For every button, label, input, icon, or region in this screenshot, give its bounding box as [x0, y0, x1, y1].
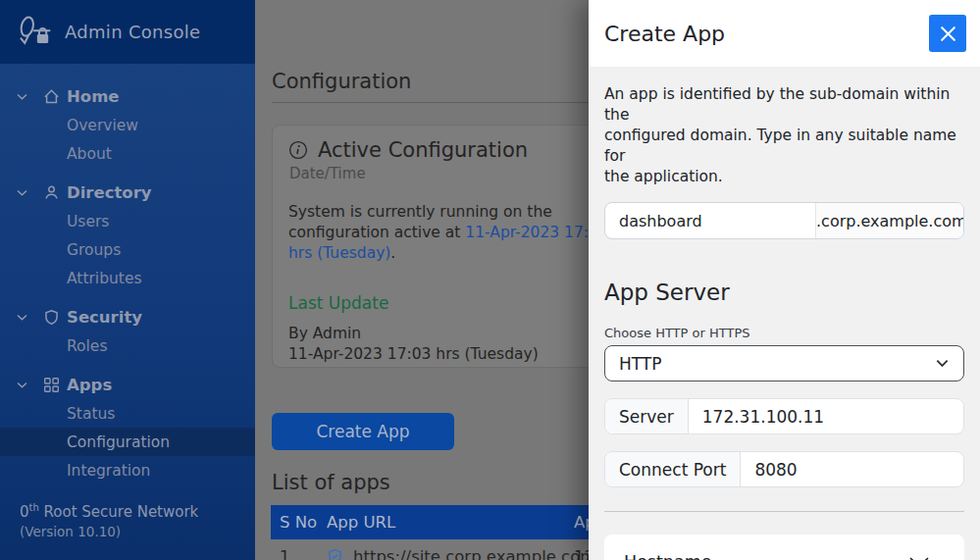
sidebar-item-groups[interactable]: Groups	[0, 235, 255, 264]
subdomain-input[interactable]	[605, 203, 815, 238]
close-button[interactable]	[929, 15, 966, 52]
chevron-down-icon	[16, 186, 28, 199]
sidebar-footer: 0th Root Secure Network (Version 10.10)	[20, 502, 198, 539]
sidebar-item-attributes[interactable]: Attributes	[0, 264, 255, 292]
active-config-datetime-link[interactable]: 11-Apr-2023 17:02	[465, 224, 607, 241]
sidebar-section-security[interactable]: Security	[0, 302, 255, 331]
card-title: Active Configuration	[318, 138, 528, 162]
header-sno: S No	[280, 513, 327, 532]
connect-port-input-group: Connect Port	[604, 451, 964, 487]
active-config-datetime-link[interactable]: hrs (Tuesday)	[288, 244, 390, 262]
info-icon	[288, 140, 308, 160]
person-icon	[43, 184, 60, 201]
chevron-down-icon	[935, 356, 950, 371]
sidebar-header: Admin Console	[0, 0, 255, 64]
subdomain-input-group: .corp.example.com	[604, 202, 964, 239]
app-root: Admin Console Home Overview About Direct…	[0, 0, 980, 560]
sidebar-section-home[interactable]: Home	[0, 81, 255, 111]
chevron-down-icon	[907, 554, 931, 560]
drawer-body: An app is identified by the sub-domain w…	[589, 67, 980, 560]
connect-port-label: Connect Port	[605, 452, 741, 486]
sidebar-item-roles[interactable]: Roles	[0, 331, 255, 360]
connect-port-input[interactable]	[741, 452, 964, 486]
close-icon	[938, 24, 958, 44]
sidebar-section-label: Security	[67, 308, 142, 327]
sidebar: Admin Console Home Overview About Direct…	[0, 0, 255, 560]
hostname-accordion[interactable]: Hostname	[604, 535, 964, 560]
home-icon	[43, 88, 60, 105]
chevron-down-icon	[16, 90, 28, 103]
cell-app-url[interactable]: https://site.corp.example.com/	[353, 547, 601, 560]
create-app-button[interactable]: Create App	[272, 413, 454, 450]
sidebar-nav: Home Overview About Directory Users Grou…	[0, 64, 255, 484]
sidebar-item-overview[interactable]: Overview	[0, 111, 255, 139]
drawer-description: An app is identified by the sub-domain w…	[604, 84, 964, 187]
protocol-selected-value: HTTP	[619, 354, 662, 374]
grid-icon	[43, 377, 60, 393]
protocol-label: Choose HTTP or HTTPS	[604, 326, 964, 341]
app-title: Admin Console	[65, 22, 200, 42]
version-label: (Version 10.10)	[20, 524, 198, 539]
sidebar-section-label: Home	[67, 87, 120, 106]
sidebar-item-about[interactable]: About	[0, 139, 255, 168]
create-app-drawer: Create App An app is identified by the s…	[589, 0, 980, 560]
sidebar-item-integration[interactable]: Integration	[0, 456, 255, 484]
network-name: 0th Root Secure Network	[20, 502, 198, 521]
sidebar-item-status[interactable]: Status	[0, 399, 255, 428]
shield-icon	[43, 309, 60, 326]
app-server-title: App Server	[604, 279, 964, 306]
shield-check-icon	[327, 548, 343, 560]
hostname-label: Hostname	[624, 552, 711, 560]
cell-sno: 1	[280, 547, 327, 560]
divider	[604, 511, 964, 512]
sidebar-section-label: Directory	[67, 183, 152, 202]
sidebar-section-apps[interactable]: Apps	[0, 370, 255, 399]
protocol-select[interactable]: HTTP	[604, 345, 964, 382]
server-input[interactable]	[689, 399, 963, 433]
sidebar-item-users[interactable]: Users	[0, 207, 255, 235]
drawer-header: Create App	[589, 0, 980, 67]
sidebar-item-configuration[interactable]: Configuration	[0, 428, 255, 456]
drawer-title: Create App	[604, 22, 725, 46]
header-app-url: App URL	[327, 513, 574, 532]
sidebar-section-label: Apps	[67, 376, 112, 394]
chevron-down-icon	[16, 311, 28, 324]
sidebar-section-directory[interactable]: Directory	[0, 178, 255, 207]
chevron-down-icon	[16, 379, 28, 391]
server-label: Server	[605, 399, 689, 433]
domain-suffix-addon: .corp.example.com	[815, 203, 964, 238]
server-input-group: Server	[604, 398, 964, 434]
zeroth-root-logo-icon	[16, 16, 52, 49]
